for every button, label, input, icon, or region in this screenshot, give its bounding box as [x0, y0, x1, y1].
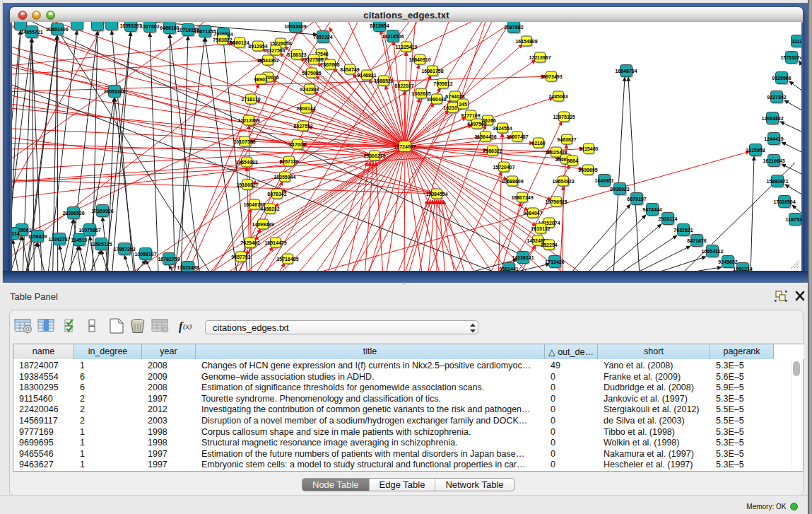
svg-text:9327503: 9327503 [266, 48, 285, 53]
svg-text:9527508: 9527508 [304, 57, 323, 62]
svg-text:16782759: 16782759 [158, 257, 180, 262]
svg-text:1440951: 1440951 [594, 178, 613, 183]
svg-text:25300275: 25300275 [363, 153, 385, 158]
svg-text:9115460: 9115460 [579, 146, 599, 151]
svg-text:8471676: 8471676 [687, 238, 706, 243]
svg-text:1167534: 1167534 [786, 217, 801, 222]
svg-text:62160: 62160 [531, 141, 546, 146]
svg-text:15892971: 15892971 [766, 179, 788, 184]
svg-text:1588520: 1588520 [374, 78, 393, 83]
svg-text:8186323: 8186323 [287, 52, 306, 57]
svg-text:6879197: 6879197 [627, 197, 646, 201]
svg-text:16154808: 16154808 [515, 39, 537, 44]
svg-text:8454749: 8454749 [340, 67, 359, 72]
svg-text:17957253: 17957253 [113, 247, 135, 252]
svg-text:12213967: 12213967 [529, 55, 551, 60]
svg-text:98901: 98901 [254, 77, 268, 82]
svg-text:8427552: 8427552 [293, 124, 312, 129]
svg-text:1156829: 1156829 [28, 234, 47, 239]
svg-text:3267130: 3267130 [279, 159, 298, 164]
svg-text:9245652: 9245652 [718, 259, 737, 264]
svg-text:7632621: 7632621 [673, 228, 693, 233]
svg-text:(x): (x) [183, 322, 192, 331]
svg-text:16033809: 16033809 [284, 24, 306, 29]
svg-text:16961758: 16961758 [421, 69, 443, 74]
svg-text:5875085: 5875085 [302, 71, 321, 76]
svg-text:18807249: 18807249 [511, 195, 533, 200]
svg-text:26053346: 26053346 [103, 89, 125, 94]
svg-text:2803144: 2803144 [296, 106, 315, 111]
svg-text:6794028: 6794028 [445, 94, 464, 99]
svg-text:16648784: 16648784 [615, 69, 637, 74]
svg-text:1362635: 1362635 [411, 91, 430, 96]
svg-text:7955812: 7955812 [433, 81, 452, 86]
svg-text:11325419: 11325419 [396, 45, 418, 49]
svg-text:8878342: 8878342 [267, 192, 286, 197]
svg-text:10654112: 10654112 [702, 249, 724, 254]
svg-text:8938923: 8938923 [610, 187, 629, 192]
svg-text:7625402: 7625402 [240, 240, 259, 245]
svg-text:17359926: 17359926 [91, 209, 113, 214]
svg-text:15716485: 15716485 [276, 257, 298, 262]
svg-text:18640910: 18640910 [408, 57, 430, 62]
svg-text:8813054: 8813054 [370, 23, 389, 28]
svg-text:16914479: 16914479 [264, 240, 286, 245]
svg-text:9463627: 9463627 [557, 137, 576, 142]
svg-text:39114: 39114 [12, 231, 20, 236]
svg-text:8322037: 8322037 [394, 83, 413, 88]
svg-text:9242848: 9242848 [300, 87, 319, 92]
svg-text:12213389: 12213389 [237, 118, 259, 123]
svg-text:1112: 1112 [792, 39, 801, 44]
svg-text:18724007: 18724007 [394, 144, 416, 149]
svg-text:9884: 9884 [567, 158, 578, 163]
svg-text:11355944: 11355944 [274, 175, 296, 180]
svg-text:10975867: 10975867 [78, 228, 100, 233]
svg-text:2867608: 2867608 [320, 62, 339, 67]
svg-text:14136141: 14136141 [512, 255, 534, 260]
svg-text:14099489: 14099489 [252, 222, 273, 227]
svg-text:16210643: 16210643 [763, 158, 784, 163]
svg-text:20691406: 20691406 [46, 27, 68, 32]
svg-text:1713426: 1713426 [545, 259, 564, 264]
svg-text:114519: 114519 [71, 238, 88, 243]
svg-text:4498232: 4498232 [260, 206, 279, 211]
svg-text:6497508: 6497508 [467, 122, 486, 127]
svg-text:7485063: 7485063 [548, 94, 567, 99]
svg-text:7957224: 7957224 [313, 35, 332, 40]
svg-text:10958107: 10958107 [134, 252, 156, 257]
svg-text:11323488: 11323488 [177, 265, 199, 270]
svg-text:10607487: 10607487 [506, 134, 528, 139]
svg-text:19218506: 19218506 [382, 34, 404, 39]
svg-text:3215958: 3215958 [746, 148, 765, 153]
svg-text:16671355: 16671355 [194, 29, 216, 34]
svg-text:12093832: 12093832 [761, 116, 783, 121]
svg-text:12505135: 12505135 [90, 242, 112, 247]
svg-text:2087682: 2087682 [504, 25, 523, 30]
svg-text:19654983: 19654983 [235, 160, 257, 165]
svg-text:9146821: 9146821 [357, 73, 376, 78]
svg-text:7986322: 7986322 [483, 148, 502, 153]
svg-text:8990448: 8990448 [427, 97, 446, 102]
svg-text:12342737: 12342737 [48, 237, 70, 242]
svg-text:15720407: 15720407 [493, 165, 514, 170]
svg-text:1615132: 1615132 [531, 226, 550, 231]
svg-text:19384554: 19384554 [425, 192, 447, 197]
svg-text:10688609: 10688609 [501, 179, 523, 184]
svg-text:16543362: 16543362 [257, 58, 278, 63]
svg-text:20206526: 20206526 [62, 211, 84, 216]
svg-text:2935114: 2935114 [659, 216, 678, 221]
svg-text:3624554: 3624554 [493, 126, 512, 131]
svg-text:10973493: 10973493 [540, 74, 562, 79]
svg-text:9474444: 9474444 [642, 207, 661, 212]
svg-text:21364436: 21364436 [474, 134, 496, 139]
svg-text:9777169: 9777169 [461, 113, 480, 118]
svg-text:15226058: 15226058 [269, 41, 291, 46]
svg-text:9860124: 9860124 [230, 40, 249, 45]
svg-text:9329966: 9329966 [772, 76, 791, 81]
svg-text:252254: 252254 [541, 243, 557, 247]
svg-text:9227342: 9227342 [767, 95, 786, 100]
svg-text:2718170: 2718170 [241, 97, 260, 102]
svg-text:1527602: 1527602 [140, 24, 159, 29]
svg-text:245: 245 [459, 102, 467, 107]
svg-text:10553267: 10553267 [119, 23, 141, 28]
